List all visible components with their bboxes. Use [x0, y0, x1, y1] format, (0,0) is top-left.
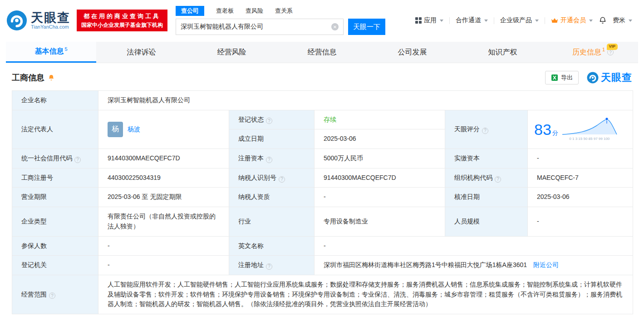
approval-date-value: 2025-03-06 — [528, 188, 633, 207]
vip-badge: VIP — [607, 44, 618, 50]
insured-value: - — [98, 236, 229, 256]
help-icon[interactable] — [482, 128, 488, 134]
table-row: 法定代表人 杨 杨波 登记状态 存续 天眼评分 83分 — [12, 110, 633, 129]
crown-icon — [551, 18, 558, 23]
section-title: 工商信息 — [12, 72, 44, 83]
nav-enterprise-label: 企业级产品 — [500, 16, 532, 25]
est-date-label: 成立日期 — [229, 129, 315, 149]
grid-icon — [415, 17, 422, 24]
clear-icon[interactable]: ✕ — [331, 23, 339, 30]
insured-label: 参保人数 — [12, 236, 98, 256]
score-axis-labels: 0 1 3 15 50 85 97 99 100 — [561, 136, 618, 142]
tab-basic-info[interactable]: 基本信息 5 — [6, 42, 96, 63]
company-name-value: 深圳玉树智能机器人有限公司 — [98, 91, 633, 110]
search-tab-risk[interactable]: 查风险 — [246, 7, 263, 15]
tab-basic-label: 基本信息 — [34, 47, 64, 56]
nav-user-label: 费米 — [613, 16, 625, 25]
reg-capital-label: 注册资本 — [229, 149, 315, 168]
industry-label: 行业 — [229, 207, 315, 236]
legal-rep-value: 杨 杨波 — [98, 110, 229, 149]
help-icon[interactable] — [49, 292, 55, 299]
notifications-button[interactable] — [599, 16, 607, 25]
tab-ip-label: 知识产权 — [488, 48, 517, 57]
table-row: 统一社会信用代码 91440300MAECQEFC7D 注册资本 5000万人民… — [12, 149, 633, 168]
search-area: 查公司 查老板 查风险 查关系 ✕ 天眼一下 — [176, 6, 385, 35]
logo-subtitle: TianYanCha.com — [31, 24, 70, 30]
staff-size-value: - — [528, 207, 633, 236]
table-row: 企业名称 深圳玉树智能机器人有限公司 — [12, 91, 633, 110]
company-type-label: 企业类型 — [12, 207, 98, 236]
paid-capital-value: - — [528, 149, 633, 168]
help-icon[interactable] — [495, 176, 501, 183]
logo-title: 天眼查 — [31, 11, 70, 24]
company-tabbar: 基本信息 5 法律诉讼 经营风险 经营信息 公司发展 知识产权 VIP 历史信息… — [6, 42, 638, 63]
promo-line-1: 都在用的商业查询工具 — [81, 12, 163, 21]
tab-legal[interactable]: 法律诉讼 — [96, 42, 187, 63]
reg-authority-value: - — [98, 256, 229, 275]
nav-apps-label: 应用 — [424, 16, 437, 25]
tab-intellectual-property[interactable]: 知识产权 — [457, 42, 548, 63]
search-tab-boss[interactable]: 查老板 — [216, 7, 234, 15]
tianyancha-logo-icon — [6, 10, 27, 31]
industry-value: 专用设备制造业 — [315, 207, 445, 236]
business-scope-value: 人工智能应用软件开发；人工智能硬件销售；人工智能行业应用系统集成服务；数据处理和… — [98, 275, 633, 314]
nav-divider — [494, 17, 494, 24]
nav-item-enterprise[interactable]: 企业级产品 — [500, 16, 539, 25]
company-name-label: 企业名称 — [12, 91, 98, 110]
brand-text: 天眼查 — [601, 71, 632, 84]
help-icon[interactable] — [74, 157, 81, 163]
business-term-value: 2025-03-06 至 无固定期限 — [98, 188, 229, 207]
company-type-value: 有限责任公司（非自然人投资或控股的法人独资） — [98, 207, 229, 236]
monitor-bell-button[interactable] — [48, 74, 55, 81]
score-number: 83分 — [534, 122, 558, 137]
table-row: 参保人数 - 英文名称 - — [12, 236, 633, 256]
legal-rep-link[interactable]: 杨波 — [128, 124, 140, 134]
address-label: 注册地址 — [229, 256, 315, 275]
table-row: 企业类型 有限责任公司（非自然人投资或控股的法人独资） 行业 专用设备制造业 人… — [12, 207, 633, 236]
search-button[interactable]: 天眼一下 — [348, 19, 385, 35]
org-code-value: MAECQEFC-7 — [528, 168, 633, 188]
address-value: 深圳市福田区梅林街道梅丰社区梅秀路1号中粮福田大悦广场1栋A座3601 附近公司 — [315, 256, 633, 275]
legal-rep-avatar[interactable]: 杨 — [108, 122, 123, 137]
search-tab-relation[interactable]: 查关系 — [275, 7, 293, 15]
english-name-value: - — [315, 236, 633, 256]
section-header: 工商信息 导出 天眼查 — [12, 71, 632, 84]
nav-item-user[interactable]: 费米 — [613, 16, 632, 25]
excel-icon — [551, 74, 558, 81]
export-button[interactable]: 导出 — [545, 71, 579, 84]
tianyancha-logo[interactable]: 天眼查 TianYanCha.com — [6, 10, 70, 31]
score-value: 83分 0 1 3 15 50 85 97 99 100 — [528, 110, 633, 149]
nav-item-apps[interactable]: 应用 — [415, 16, 443, 25]
org-code-label: 组织机构代码 — [445, 168, 528, 188]
tab-company-development[interactable]: 公司发展 — [367, 42, 457, 63]
nav-item-cooperation[interactable]: 合作通道 — [456, 16, 488, 25]
nav-cooperation-label: 合作通道 — [456, 16, 481, 25]
search-tab-company[interactable]: 查公司 — [176, 6, 204, 16]
score-curve-chart: 0 1 3 15 50 85 97 99 100 — [561, 117, 618, 142]
help-icon[interactable] — [266, 118, 272, 124]
promo-banner: 都在用的商业查询工具 国家中小企业发展子基金旗下机构 — [77, 10, 167, 32]
tab-history[interactable]: VIP 历史信息 1 — [548, 42, 638, 63]
business-scope-label: 经营范围 — [12, 275, 98, 314]
business-info-table: 企业名称 深圳玉树智能机器人有限公司 法定代表人 杨 杨波 登记状态 存续 天眼… — [12, 90, 633, 314]
taxpayer-quality-value: - — [315, 188, 445, 207]
help-icon[interactable] — [266, 263, 272, 270]
taxpayer-id-value: 91440300MAECQEFC7D — [315, 168, 445, 188]
help-icon[interactable] — [279, 176, 285, 183]
reg-status-label: 登记状态 — [229, 110, 315, 129]
search-input[interactable] — [181, 23, 331, 30]
search-box[interactable]: ✕ — [176, 19, 344, 35]
paid-capital-label: 实缴资本 — [445, 149, 528, 168]
est-date-value: 2025-03-06 — [315, 129, 445, 149]
help-icon[interactable] — [607, 49, 614, 55]
tab-legal-label: 法律诉讼 — [127, 48, 156, 57]
nav-item-vip[interactable]: 开通会员 — [551, 16, 593, 25]
tab-operating-info[interactable]: 经营信息 — [277, 42, 367, 63]
score-label: 天眼评分 — [445, 110, 528, 149]
approval-date-label: 核准日期 — [445, 188, 528, 207]
tab-operating-risk[interactable]: 经营风险 — [187, 42, 277, 63]
help-icon[interactable] — [266, 157, 272, 163]
status-badge: 存续 — [324, 116, 336, 123]
nearby-companies-link[interactable]: 附近公司 — [533, 261, 559, 268]
chevron-down-icon — [440, 20, 443, 22]
